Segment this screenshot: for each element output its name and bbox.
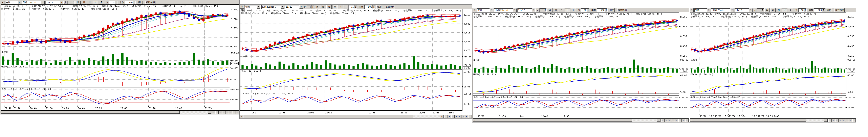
bars-count-spinner[interactable]: 500▲▼ xyxy=(364,5,375,9)
spinner-down-icon[interactable]: ▼ xyxy=(587,10,589,12)
apply-button[interactable]: 適用 xyxy=(609,8,615,12)
period-button-分[interactable]: 分 xyxy=(565,8,570,12)
chevron-down-icon[interactable]: ▼ xyxy=(60,1,63,4)
multi-symbol-button[interactable]: 複数銘柄 xyxy=(145,1,155,4)
period-button-週[interactable]: 週 xyxy=(81,1,86,4)
scroll-left-arrow-icon[interactable]: ◄ xyxy=(1,111,4,114)
chart-tool-button[interactable] xyxy=(465,115,468,118)
interval-spinner[interactable]: 30▲▼ xyxy=(581,8,589,12)
scroll-right-arrow-icon[interactable]: ► xyxy=(440,115,444,118)
interval-spinner[interactable]: 5▲▼ xyxy=(109,1,118,4)
spinner-down-icon[interactable]: ▼ xyxy=(115,2,117,4)
period-button-日[interactable]: 日 xyxy=(75,1,81,4)
period-button-T[interactable]: T xyxy=(338,5,343,9)
instrument-type-combo[interactable]: 先物▼ xyxy=(244,5,260,9)
spinner-up-icon[interactable]: ▲ xyxy=(587,9,589,10)
chart-tool-button[interactable] xyxy=(682,119,685,122)
chart-tool-button[interactable] xyxy=(856,119,856,122)
multi-symbol-button[interactable]: 複数銘柄 xyxy=(385,5,395,9)
period-button-週[interactable]: 週 xyxy=(770,8,776,12)
scrollbar-track[interactable] xyxy=(693,119,824,122)
chart-canvas[interactable] xyxy=(1,5,239,110)
chart-tool-button[interactable] xyxy=(226,111,229,114)
chevron-down-icon[interactable]: ▼ xyxy=(41,1,44,4)
chart-tool-button[interactable] xyxy=(668,119,672,122)
chart-tool-button[interactable] xyxy=(665,119,668,122)
chevron-down-icon[interactable]: ▼ xyxy=(257,5,260,9)
instrument-type-combo[interactable]: 先物▼ xyxy=(694,8,710,12)
spinner-arrows-icon[interactable]: ▲▼ xyxy=(133,1,135,4)
chart-canvas[interactable] xyxy=(690,12,856,118)
interval-spinner[interactable]: 60▲▼ xyxy=(798,8,807,12)
symbol-combo[interactable]: 日経225mini▼ xyxy=(711,8,734,12)
chart-tool-button[interactable] xyxy=(229,111,232,114)
chart-tool-button[interactable] xyxy=(829,119,832,122)
chart-tool-button[interactable] xyxy=(232,111,236,114)
scrollbar-track[interactable] xyxy=(243,115,440,118)
period-button-分[interactable]: 分 xyxy=(332,5,338,9)
chart-tool-button[interactable] xyxy=(839,119,842,122)
multi-symbol-button[interactable]: 複数銘柄 xyxy=(835,8,845,12)
contract-combo[interactable]: 11/12▼ xyxy=(285,5,303,9)
spinner-up-icon[interactable]: ▲ xyxy=(605,9,608,10)
bars-count-spinner[interactable]: 500▲▼ xyxy=(814,8,825,12)
period-button-月[interactable]: 月 xyxy=(776,8,781,12)
chart-tool-button[interactable] xyxy=(846,119,849,122)
spinner-down-icon[interactable]: ▼ xyxy=(133,2,135,4)
apply-button[interactable]: 適用 xyxy=(826,8,832,12)
h-scrollbar[interactable]: ◄► xyxy=(1,111,211,114)
scrollbar-thumb[interactable] xyxy=(243,115,413,118)
spinner-down-icon[interactable]: ▼ xyxy=(605,10,608,12)
chart-tool-button[interactable] xyxy=(452,115,455,118)
chart-tool-button[interactable] xyxy=(236,111,239,114)
chart-tool-button[interactable] xyxy=(219,111,222,114)
spinner-up-icon[interactable]: ▲ xyxy=(115,1,117,3)
symbol-combo[interactable]: 日経225mini▼ xyxy=(261,5,284,9)
spinner-arrows-icon[interactable]: ▲▼ xyxy=(804,9,806,12)
scroll-right-arrow-icon[interactable]: ► xyxy=(657,119,660,122)
h-scrollbar[interactable]: ◄► xyxy=(690,119,828,122)
chart-tool-button[interactable] xyxy=(835,119,839,122)
window-menu-button[interactable]: ▼ xyxy=(473,8,476,12)
contract-combo[interactable]: 11/12▼ xyxy=(517,8,535,12)
period-button-T[interactable]: T xyxy=(571,8,576,12)
symbol-combo[interactable]: 日経225mini▼ xyxy=(22,1,45,4)
window-menu-button[interactable]: ▼ xyxy=(240,5,244,9)
scroll-left-arrow-icon[interactable]: ◄ xyxy=(472,119,476,122)
period-button-日[interactable]: 日 xyxy=(547,8,553,12)
chart-tool-button[interactable] xyxy=(852,119,856,122)
bars-count-spinner[interactable]: 500▲▼ xyxy=(125,1,136,4)
chart-tool-button[interactable] xyxy=(832,119,835,122)
period-button-月[interactable]: 月 xyxy=(559,8,564,12)
period-button-日[interactable]: 日 xyxy=(765,8,770,12)
scrollbar-track[interactable] xyxy=(476,119,657,122)
chart-tool-button[interactable] xyxy=(455,115,458,118)
spinner-down-icon[interactable]: ▼ xyxy=(804,10,806,12)
spinner-up-icon[interactable]: ▲ xyxy=(804,9,806,10)
spinner-down-icon[interactable]: ▼ xyxy=(823,10,825,12)
multi-symbol-button[interactable]: 複数銘柄 xyxy=(617,8,627,12)
period-button-T[interactable]: T xyxy=(99,1,104,4)
scroll-left-arrow-icon[interactable]: ◄ xyxy=(240,115,243,118)
period-button-月[interactable]: 月 xyxy=(87,1,92,4)
period-button-日[interactable]: 日 xyxy=(315,5,320,9)
h-scrollbar[interactable]: ◄► xyxy=(240,115,444,118)
chart-tool-button[interactable] xyxy=(444,115,448,118)
spinner-arrows-icon[interactable]: ▲▼ xyxy=(605,9,608,12)
chevron-down-icon[interactable]: ▼ xyxy=(299,5,303,9)
symbol-combo[interactable]: 日経225mini▼ xyxy=(494,8,517,12)
period-button-分[interactable]: 分 xyxy=(782,8,787,12)
scroll-left-arrow-icon[interactable]: ◄ xyxy=(690,119,693,122)
spinner-down-icon[interactable]: ▼ xyxy=(373,7,375,8)
scrollbar-thumb[interactable] xyxy=(476,119,632,122)
chart-canvas[interactable] xyxy=(473,12,689,118)
chart-tool-button[interactable] xyxy=(468,115,472,118)
chevron-down-icon[interactable]: ▼ xyxy=(707,8,710,12)
chart-tool-button[interactable] xyxy=(458,115,461,118)
chevron-down-icon[interactable]: ▼ xyxy=(532,8,535,12)
chart-tool-button[interactable] xyxy=(675,119,678,122)
spinner-down-icon[interactable]: ▼ xyxy=(354,7,357,8)
chart-tool-button[interactable] xyxy=(842,119,845,122)
window-menu-button[interactable]: ▼ xyxy=(1,1,4,4)
scrollbar-track[interactable] xyxy=(4,111,208,114)
